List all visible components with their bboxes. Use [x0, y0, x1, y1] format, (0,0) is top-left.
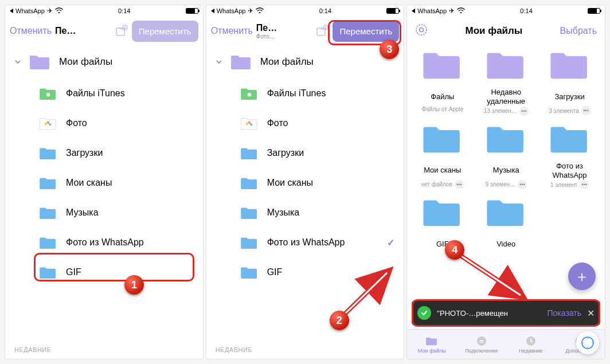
folder-icon — [40, 236, 57, 249]
back-app-label[interactable]: WhatsApp — [15, 7, 45, 14]
nav-my-files[interactable]: Мои файлы — [407, 330, 456, 359]
tile-name: Музыка — [478, 162, 534, 180]
plus-icon: ＋ — [574, 267, 589, 287]
svg-point-13 — [420, 28, 424, 32]
nav-label: Подключения — [465, 348, 498, 354]
item-label: Загрузки — [267, 148, 304, 158]
root-folder-row[interactable]: Мои файлы — [5, 45, 203, 79]
svg-point-4 — [47, 122, 49, 124]
add-fab[interactable]: ＋ — [568, 263, 596, 290]
folder-icon — [40, 206, 57, 220]
settings-icon[interactable] — [415, 24, 428, 38]
folder-icon — [486, 196, 526, 228]
toolbar: Отменить Пе… Переместить — [5, 17, 203, 45]
wifi-icon — [476, 335, 487, 347]
folder-tile[interactable]: Video — [474, 193, 538, 257]
folder-icon — [230, 53, 252, 71]
back-triangle-icon — [211, 9, 214, 13]
screen-title: Пе… — [256, 23, 312, 33]
svg-point-10 — [248, 122, 251, 124]
more-icon[interactable]: ••• — [518, 180, 527, 189]
safari-icon[interactable] — [576, 331, 599, 354]
folder-tile[interactable]: Недавно удаленные13 элемен…••• — [474, 45, 538, 119]
folder-icon — [40, 87, 57, 100]
nav-recent[interactable]: Недавние — [506, 330, 556, 359]
more-icon[interactable]: ••• — [581, 106, 591, 115]
screen-1: WhatsApp ✈ 0:14 Отменить Пе… Переместить… — [5, 5, 204, 359]
list-item[interactable]: Загрузки — [206, 138, 404, 168]
item-label: GIF — [66, 267, 81, 277]
list-item[interactable]: Мои сканы — [5, 168, 203, 198]
nav-connections[interactable]: Подключения — [457, 330, 506, 359]
list-item[interactable]: Файлы iTunes — [206, 79, 404, 108]
item-label: Фото из WhatsApp — [267, 237, 345, 248]
cancel-button[interactable]: Отменить — [211, 26, 253, 36]
folder-tile[interactable]: ФайлыФайлы от Apple — [410, 45, 474, 119]
root-folder-label: Мои файлы — [260, 56, 314, 68]
folder-tile[interactable]: Фото из WhatsApp1 элемент••• — [538, 119, 601, 193]
list-item[interactable]: Музыка — [5, 198, 203, 228]
move-button[interactable]: Переместить — [132, 21, 198, 42]
back-app-label[interactable]: WhatsApp — [217, 7, 246, 14]
folder-icon — [550, 123, 590, 155]
folder-tile[interactable]: Мои сканынет файлов••• — [410, 119, 474, 193]
back-triangle-icon — [10, 9, 13, 13]
battery-icon — [386, 8, 399, 14]
wifi-icon — [55, 7, 63, 14]
tile-name: Недавно удаленные — [478, 88, 534, 107]
svg-point-12 — [416, 25, 427, 35]
item-label: Фото — [267, 118, 288, 128]
clock: 0:14 — [319, 7, 331, 14]
paste-folder-icon[interactable] — [115, 24, 128, 38]
more-icon[interactable]: ••• — [580, 180, 589, 189]
screen-2: WhatsApp ✈ 0:14 Отменить Пе… Фото… Перем… — [206, 5, 405, 359]
toast-show-button[interactable]: Показать — [548, 308, 582, 318]
chevron-down-icon — [14, 58, 21, 65]
root-folder-row[interactable]: Мои файлы — [206, 45, 404, 79]
svg-point-11 — [250, 123, 252, 126]
folder-tile[interactable]: GIF — [410, 193, 474, 257]
toast-close-icon[interactable]: ✕ — [587, 308, 595, 319]
cancel-button[interactable]: Отменить — [10, 26, 52, 36]
tile-name: Мои сканы — [414, 162, 471, 180]
folder-icon — [423, 49, 463, 81]
folder-icon — [40, 176, 57, 190]
more-icon[interactable]: ••• — [455, 180, 464, 189]
list-item[interactable]: Музыка — [206, 198, 404, 228]
folder-tile[interactable]: Загрузки3 элемента••• — [538, 45, 601, 119]
back-app-label[interactable]: WhatsApp — [417, 7, 447, 14]
list-item[interactable]: GIF — [5, 257, 203, 287]
list-item[interactable]: Файлы iTunes — [5, 79, 203, 108]
list-item[interactable]: Фото из WhatsApp — [5, 228, 203, 257]
paste-folder-icon[interactable] — [315, 24, 329, 38]
tile-sub: 9 элемен…••• — [478, 180, 534, 189]
toolbar: Мои файлы Выбрать — [407, 17, 605, 45]
list-item[interactable]: Фото — [206, 108, 404, 138]
annotation-arrow-4 — [453, 251, 527, 302]
folder-icon — [40, 265, 57, 279]
section-recent: НЕДАВНИЕ — [5, 340, 203, 359]
svg-point-2 — [46, 93, 50, 96]
folder-icon — [241, 116, 258, 130]
check-icon: ✓ — [387, 237, 394, 248]
more-icon[interactable]: ••• — [519, 107, 529, 116]
item-label: Мои сканы — [66, 178, 112, 188]
svg-point-14 — [477, 336, 486, 346]
list-item[interactable]: Фото — [5, 108, 203, 138]
folder-grid: ФайлыФайлы от Apple Недавно удаленные13 … — [407, 45, 605, 257]
item-label: Загрузки — [66, 148, 103, 158]
toast-text: "PHOTO-…ремещен — [437, 309, 541, 318]
tile-sub: 1 элемент••• — [541, 180, 598, 189]
folder-tile[interactable]: Музыка9 элемен…••• — [474, 119, 538, 193]
list-item[interactable]: GIF — [206, 257, 404, 287]
list-item[interactable]: Загрузки — [5, 138, 203, 168]
list-item[interactable]: Мои сканы — [206, 168, 404, 198]
svg-point-3 — [45, 123, 47, 125]
folder-icon — [241, 87, 258, 100]
battery-icon — [588, 8, 600, 14]
select-button[interactable]: Выбрать — [560, 26, 597, 36]
chevron-down-icon — [216, 58, 222, 65]
tile-sub: 13 элемен…••• — [478, 107, 534, 116]
move-button[interactable]: Переместить — [333, 21, 399, 42]
list-item[interactable]: Фото из WhatsApp✓ — [206, 228, 404, 257]
